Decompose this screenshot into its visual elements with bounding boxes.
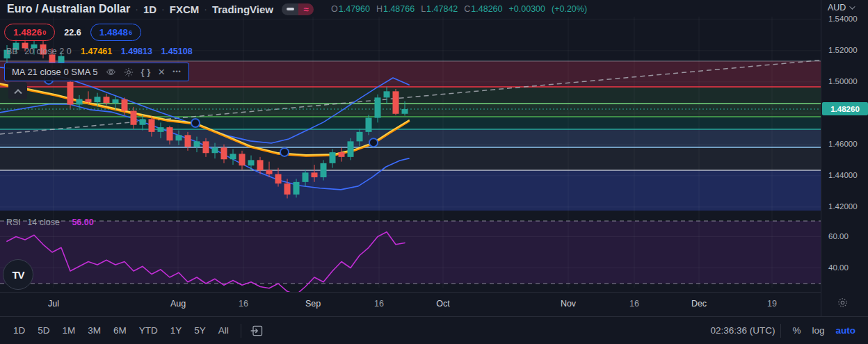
low-label: L (421, 4, 426, 14)
currency-label: AUD (828, 3, 846, 13)
main-chart[interactable] (0, 0, 821, 292)
range-button-5y[interactable]: 5Y (188, 322, 212, 338)
price-axis-label: 1.46000 (828, 140, 858, 148)
bb-upper-value: 1.49813 (121, 47, 152, 56)
platform-label[interactable]: TradingView (212, 3, 273, 15)
time-axis-label: Dec (691, 299, 707, 309)
bb-lower-value: 1.45108 (161, 47, 192, 56)
toolbar-right: 02:36:36 (UTC) % log auto (710, 322, 861, 338)
header-separator: · (135, 3, 138, 15)
range-button-all[interactable]: All (212, 322, 235, 338)
time-axis-label: Nov (561, 299, 576, 309)
time-axis-label: 19 (767, 299, 777, 309)
eye-icon[interactable] (106, 67, 116, 77)
time-axis-label: Aug (170, 299, 186, 309)
change-percent: (+0.20%) (552, 4, 587, 14)
buy-button[interactable]: 1.48486 (90, 24, 141, 41)
rsi-axis-label: 40.00 (828, 263, 849, 272)
source-code-icon[interactable]: { } (141, 67, 151, 76)
marker-toggle[interactable]: ≈ (282, 3, 314, 15)
spread-value: 22.6 (61, 26, 84, 40)
close-value: 1.48260 (471, 4, 502, 14)
bb-name: BB (6, 47, 18, 56)
sell-price-sup: 0 (42, 29, 46, 36)
rsi-params: 14 close (27, 218, 60, 227)
price-axis-label: 1.44000 (828, 171, 858, 179)
rsi-value: 56.00 (72, 218, 93, 227)
more-options-icon[interactable]: ••• (172, 69, 181, 75)
date-range-switcher: 1D5D1M3M6MYTD1Y5YAll (7, 322, 235, 338)
go-to-date-button[interactable] (250, 324, 264, 338)
ma-legend[interactable]: MA 21 close 0 SMA 5 { } × ••• (4, 63, 189, 81)
chart-header: Euro / Australian Dollar · 1D · FXCM · T… (7, 0, 587, 18)
auto-scale-button[interactable]: auto (830, 322, 862, 338)
tradingview-logo[interactable]: TV (3, 259, 33, 290)
ma-title: MA 21 close 0 SMA 5 (12, 67, 98, 77)
low-value: 1.47842 (426, 4, 458, 14)
gear-icon[interactable] (124, 67, 134, 77)
chevron-down-icon (850, 3, 855, 9)
bb-legend[interactable]: BB 20 close 2 0 1.47461 1.49813 1.45108 (6, 47, 193, 56)
toolbar-divider (241, 324, 241, 338)
time-axis-label: 16 (374, 299, 384, 309)
price-axis-label: 1.42000 (828, 202, 858, 211)
settings-gear-icon[interactable] (837, 297, 849, 311)
range-button-5d[interactable]: 5D (31, 322, 56, 338)
range-button-3m[interactable]: 3M (81, 322, 107, 338)
close-label: C (464, 4, 470, 14)
rsi-name: RSI (6, 218, 21, 227)
tv-logo-text: TV (12, 269, 24, 281)
range-button-1d[interactable]: 1D (7, 322, 31, 338)
tradingview-chart-window: Euro / Australian Dollar · 1D · FXCM · T… (0, 0, 868, 344)
bottom-toolbar: 1D5D1M3M6MYTD1Y5YAll 02:36:36 (UTC) % lo… (0, 316, 868, 344)
buy-price-sup: 6 (129, 29, 132, 36)
time-axis-label: 16 (629, 299, 639, 309)
price-axis[interactable]: AUD 1.540001.520001.500001.460001.440001… (821, 0, 868, 316)
price-axis-label: 1.52000 (828, 46, 858, 54)
bb-basis-value: 1.47461 (81, 47, 112, 56)
change-value: +0.00300 (509, 4, 545, 14)
approx-toggle-icon[interactable]: ≈ (298, 3, 314, 15)
range-button-1m[interactable]: 1M (56, 322, 82, 338)
minus-toggle-icon[interactable] (282, 3, 298, 15)
timezone-clock[interactable]: 02:36:36 (UTC) (710, 325, 775, 336)
last-price-badge: 1.48260 (822, 102, 868, 115)
price-axis-label: 1.50000 (828, 77, 858, 85)
price-axis-label: 1.54000 (828, 15, 858, 23)
time-axis-label: Oct (436, 299, 449, 309)
range-button-ytd[interactable]: YTD (133, 322, 164, 338)
time-axis[interactable]: JulAug16Sep16OctNov16Dec19 (0, 292, 821, 316)
time-axis-label: 16 (239, 299, 248, 309)
close-icon[interactable]: × (158, 66, 165, 78)
chevron-up-icon (14, 89, 22, 97)
header-separator: · (161, 3, 165, 15)
trade-widget: 1.48260 22.6 1.48486 (4, 24, 141, 41)
toolbar-divider (780, 324, 781, 338)
interval-button[interactable]: 1D (143, 3, 156, 15)
range-button-6m[interactable]: 6M (107, 322, 133, 338)
log-scale-button[interactable]: log (806, 322, 830, 338)
currency-selector[interactable]: AUD (828, 3, 853, 13)
sell-price: 1.4826 (13, 27, 42, 38)
rsi-axis-label: 60.00 (828, 232, 849, 240)
buy-price: 1.4848 (99, 27, 128, 38)
time-axis-label: Sep (305, 299, 321, 309)
legend-collapse-button[interactable] (8, 82, 27, 99)
high-label: H (376, 4, 383, 14)
open-value: 1.47960 (339, 4, 370, 14)
rsi-legend[interactable]: RSI 14 close 56.00 (6, 218, 94, 227)
range-button-1y[interactable]: 1Y (164, 322, 188, 338)
sell-button[interactable]: 1.48260 (4, 24, 55, 41)
header-separator: · (204, 3, 207, 15)
symbol-title[interactable]: Euro / Australian Dollar (7, 3, 130, 15)
ohlc-readout: O1.47960 H1.48766 L1.47842 C1.48260 +0.0… (325, 4, 587, 14)
time-axis-label: Jul (48, 299, 59, 309)
open-label: O (331, 4, 338, 14)
high-value: 1.48766 (383, 4, 415, 14)
exchange-label[interactable]: FXCM (170, 3, 200, 15)
percent-scale-button[interactable]: % (787, 322, 806, 338)
bb-params: 20 close 2 0 (24, 47, 71, 56)
